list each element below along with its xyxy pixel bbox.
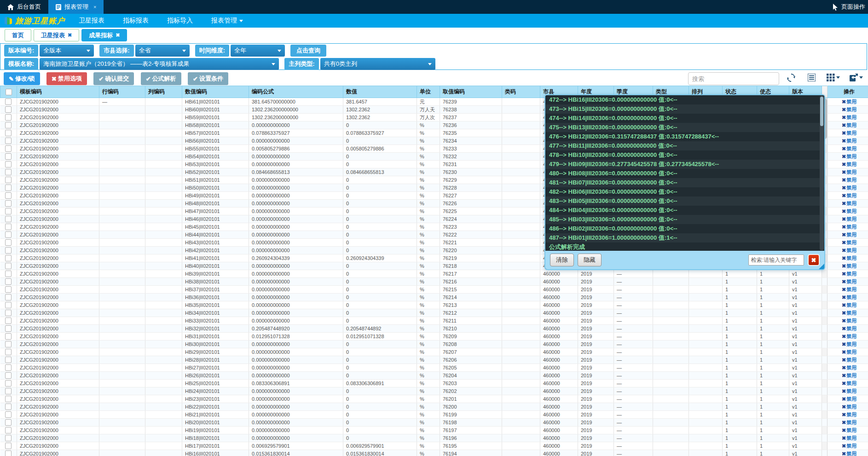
tab-satellite-report[interactable]: 卫星报表✖ (34, 29, 79, 41)
disable-link[interactable]: ✖禁用 (842, 420, 856, 425)
row-checkbox[interactable] (5, 388, 12, 394)
row-checkbox[interactable] (5, 435, 12, 441)
row-checkbox[interactable] (5, 177, 12, 183)
disable-link[interactable]: ✖禁用 (842, 388, 856, 394)
version-select[interactable]: 全版本 (40, 45, 94, 57)
disable-link[interactable]: ✖禁用 (842, 443, 856, 449)
row-checkbox[interactable] (5, 145, 12, 152)
col-header-row-code[interactable]: 行编码 (99, 86, 145, 98)
disable-link[interactable]: ✖禁用 (842, 216, 856, 222)
col-header-value-code[interactable]: 数值编码 (182, 86, 249, 98)
top-tab-home[interactable]: 后台首页 (0, 0, 48, 14)
row-checkbox[interactable] (5, 271, 12, 277)
row-checkbox[interactable] (5, 185, 12, 191)
disable-link[interactable]: ✖禁用 (842, 146, 856, 151)
disable-link[interactable]: ✖禁用 (842, 154, 856, 159)
disable-link[interactable]: ✖禁用 (842, 294, 856, 300)
row-checkbox[interactable] (5, 341, 12, 347)
disable-link[interactable]: ✖禁用 (842, 341, 856, 347)
disable-link[interactable]: ✖禁用 (842, 263, 856, 269)
row-checkbox[interactable] (5, 286, 12, 293)
main-column-type-select[interactable]: 共有0类主列 (320, 58, 435, 70)
disable-link[interactable]: ✖禁用 (842, 240, 856, 245)
disable-link[interactable]: ✖禁用 (842, 326, 856, 331)
row-checkbox[interactable] (5, 114, 12, 121)
menu-report-management[interactable]: 报表管理 (202, 14, 252, 28)
row-checkbox[interactable] (5, 294, 12, 300)
disable-link[interactable]: ✖禁用 (842, 373, 856, 378)
row-checkbox[interactable] (5, 224, 12, 230)
disable-link[interactable]: ✖禁用 (842, 138, 856, 144)
row-checkbox[interactable] (5, 317, 12, 324)
disable-options-button[interactable]: ✖禁用选项 (46, 72, 87, 85)
formula-parse-button[interactable]: ✔公式解析 (141, 72, 181, 85)
disable-link[interactable]: ✖禁用 (842, 279, 856, 284)
col-header-unit[interactable]: 单位 (417, 86, 440, 98)
row-checkbox[interactable] (5, 130, 12, 136)
disable-link[interactable]: ✖禁用 (842, 185, 856, 190)
disable-link[interactable]: ✖禁用 (842, 193, 856, 198)
template-name-select[interactable]: 海南旅游卫星账户（2019全省） ——表2-专项核算成果 (40, 58, 279, 70)
row-checkbox[interactable] (5, 192, 12, 199)
row-checkbox[interactable] (5, 106, 12, 113)
disable-link[interactable]: ✖禁用 (842, 365, 856, 370)
disable-link[interactable]: ✖禁用 (842, 162, 856, 167)
row-checkbox[interactable] (5, 208, 12, 214)
row-checkbox[interactable] (5, 302, 12, 308)
row-checkbox[interactable] (5, 255, 12, 261)
disable-link[interactable]: ✖禁用 (842, 107, 856, 112)
menu-indicator-report[interactable]: 指标报表 (114, 14, 158, 28)
row-checkbox[interactable] (5, 138, 12, 144)
refresh-icon[interactable] (787, 74, 795, 82)
disable-link[interactable]: ✖禁用 (842, 130, 856, 136)
disable-link[interactable]: ✖禁用 (842, 396, 856, 402)
row-checkbox[interactable] (5, 263, 12, 269)
disable-link[interactable]: ✖禁用 (842, 287, 856, 292)
row-checkbox[interactable] (5, 325, 12, 332)
row-checkbox[interactable] (5, 216, 12, 222)
disable-link[interactable]: ✖禁用 (842, 232, 856, 237)
row-checkbox[interactable] (5, 169, 12, 175)
hide-button[interactable]: 隐藏 (578, 254, 602, 266)
disable-link[interactable]: ✖禁用 (842, 177, 856, 183)
menu-indicator-import[interactable]: 指标导入 (158, 14, 202, 28)
row-checkbox[interactable] (5, 349, 12, 355)
row-checkbox[interactable] (5, 98, 12, 105)
disable-link[interactable]: ✖禁用 (842, 427, 856, 433)
row-checkbox[interactable] (5, 153, 12, 160)
row-checkbox[interactable] (5, 419, 12, 426)
row-checkbox[interactable] (5, 333, 12, 340)
set-condition-button[interactable]: ✔设置条件 (188, 72, 228, 85)
col-header-value[interactable]: 数值 (343, 86, 417, 98)
disable-link[interactable]: ✖禁用 (842, 115, 856, 120)
time-dimension-select[interactable]: 全年 (231, 45, 285, 57)
row-checkbox[interactable] (5, 443, 12, 449)
disable-link[interactable]: ✖禁用 (842, 404, 856, 410)
console-scrollbar[interactable] (820, 96, 824, 250)
row-checkbox[interactable] (5, 200, 12, 207)
tab-result-indicator[interactable]: 成果指标✖ (81, 29, 127, 41)
clear-button[interactable]: 清除 (550, 254, 574, 266)
console-scrollbar-thumb[interactable] (820, 97, 823, 126)
disable-link[interactable]: ✖禁用 (842, 318, 856, 323)
row-checkbox[interactable] (5, 161, 12, 167)
disable-link[interactable]: ✖禁用 (842, 435, 856, 441)
disable-link[interactable]: ✖禁用 (842, 271, 856, 277)
disable-link[interactable]: ✖禁用 (842, 255, 856, 261)
menu-satellite-report[interactable]: 卫星报表 (69, 14, 114, 28)
page-operations-button[interactable]: 页面操作 (833, 0, 865, 14)
row-checkbox[interactable] (5, 450, 12, 456)
col-header-action[interactable]: 操作 (827, 86, 868, 98)
row-checkbox[interactable] (5, 411, 12, 418)
modify-lock-button[interactable]: ✎修改/锁 (4, 72, 40, 85)
select-all-checkbox[interactable] (6, 89, 12, 95)
confirm-submit-button[interactable]: ✔确认提交 (93, 72, 134, 85)
row-checkbox[interactable] (5, 372, 12, 379)
region-select[interactable]: 全省 (135, 45, 190, 57)
disable-link[interactable]: ✖禁用 (842, 201, 856, 206)
row-checkbox[interactable] (5, 231, 12, 238)
close-icon[interactable]: ✖ (116, 32, 120, 38)
search-input[interactable] (688, 72, 779, 85)
columns-grid-icon[interactable] (827, 74, 840, 81)
row-checkbox[interactable] (5, 239, 12, 246)
